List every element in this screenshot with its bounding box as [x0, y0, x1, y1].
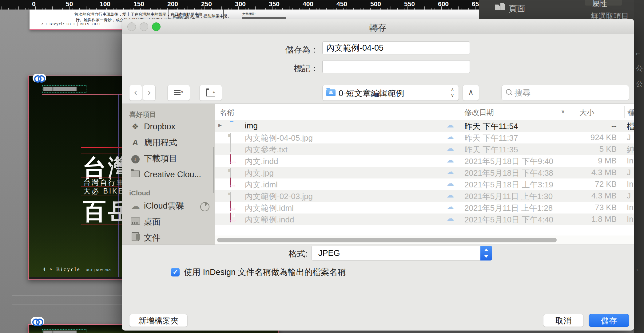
column-header-size[interactable]: 大小: [579, 108, 594, 117]
parent-folder-button[interactable]: ∧: [463, 85, 479, 101]
file-name: 內文參考.txt: [245, 144, 288, 155]
ruler-tick: [211, 8, 212, 10]
column-divider[interactable]: [460, 106, 460, 118]
idml-file-icon: [230, 201, 231, 211]
horizontal-scrollbar[interactable]: [215, 236, 634, 245]
back-button[interactable]: ‹: [129, 85, 142, 101]
sidebar-item-label: 應用程式: [144, 137, 177, 148]
column-divider[interactable]: [624, 106, 625, 118]
table-row[interactable]: ▶img☁昨天 下午11:54--檔: [215, 120, 634, 132]
ruler-tick: [144, 8, 144, 10]
table-row[interactable]: 內文.idml☁2021年5月18日 上午3:1972 KBIn: [215, 178, 634, 190]
ruler-tick: [316, 8, 316, 10]
new-folder-button[interactable]: 新增檔案夾: [129, 314, 188, 327]
forward-button[interactable]: ›: [143, 85, 156, 101]
link-chain-icon[interactable]: [33, 74, 46, 82]
ruler-label: 50: [66, 0, 73, 8]
view-mode-button[interactable]: ∨: [167, 85, 190, 101]
up-icon: ∧: [468, 88, 474, 96]
dialog-title-bar[interactable]: 轉存: [122, 19, 634, 34]
documents-icon: [132, 232, 139, 241]
folder-icon: [326, 89, 336, 96]
table-row[interactable]: 內文範例-02-03.jpg☁2021年5月11日 上午1:304.3 MBJ: [215, 190, 634, 202]
panel-glyph: ⌐: [636, 49, 640, 57]
ruler-tick: [164, 8, 164, 10]
placeholder-bar: [53, 331, 77, 333]
table-row[interactable]: 內文範例.idml☁2021年5月11日 上午1:2873 KBIn: [215, 202, 634, 214]
ruler-tick: [106, 8, 107, 10]
pages-panel-label[interactable]: 頁面: [509, 3, 525, 14]
table-row[interactable]: 內文參考.txt☁昨天 下午11:355 KB純: [215, 143, 634, 155]
file-kind: J: [627, 133, 631, 142]
table-row[interactable]: 內文範例-04-05.jpg☁昨天 下午11:37924 KBJ: [215, 132, 634, 143]
ruler-tick: [364, 8, 364, 10]
disclosure-triangle-icon[interactable]: ▶: [218, 123, 222, 127]
properties-tab-label[interactable]: 屬性: [592, 0, 607, 9]
ruler-tick: [292, 8, 293, 10]
ruler-tick: [289, 6, 289, 10]
table-row[interactable]: 內文.indd☁2021年5月18日 下午9:409 MBIn: [215, 155, 634, 167]
sidebar-item-desktop[interactable]: 桌面: [130, 216, 161, 227]
sidebar-item-downloads[interactable]: ↓ 下載項目: [130, 153, 177, 164]
column-guide: [79, 94, 79, 277]
ruler-tick: [42, 8, 42, 10]
column-divider[interactable]: [572, 106, 572, 118]
file-name: img: [245, 121, 258, 131]
ruler-tick: [161, 8, 161, 10]
file-kind: J: [627, 168, 631, 177]
table-row[interactable]: 內文範例.indd☁2021年5月10日 下午4:401.8 MBIn: [215, 214, 634, 225]
file-kind: 檔: [627, 121, 634, 132]
ruler-tick: [32, 8, 32, 10]
ruler-tick: [93, 8, 93, 10]
table-row[interactable]: 內文.jpg☁2021年5月18日 下午4:384.3 MBJ: [215, 167, 634, 178]
format-select[interactable]: JPEG: [311, 246, 492, 261]
location-select[interactable]: 0-短文章編輯範例 ∧∨: [322, 85, 459, 101]
ruler-tick: [100, 8, 100, 10]
save-button[interactable]: 儲存: [589, 314, 629, 327]
jpg-file-icon: [230, 168, 231, 178]
ruler-tick: [428, 8, 428, 10]
tags-input[interactable]: [322, 60, 470, 73]
use-doc-name-option[interactable]: ✓ 使用 InDesign 文件名稱做為輸出的檔案名稱: [171, 267, 346, 278]
ruler-tick: [462, 8, 462, 10]
list-header[interactable]: 名稱 修改日期 ∨ 大小 種: [215, 104, 634, 120]
ruler-tick: [110, 8, 110, 10]
ruler-tick: [208, 8, 208, 10]
sidebar-item-creative-cloud[interactable]: Creative Clou...: [130, 169, 201, 180]
icloud-header: iCloud: [129, 189, 150, 197]
checkbox-checked[interactable]: ✓: [171, 268, 180, 276]
ruler-tick: [8, 8, 9, 10]
ruler-label: 450: [336, 0, 347, 8]
column-header-date[interactable]: 修改日期: [464, 108, 494, 117]
save-as-input[interactable]: [322, 41, 470, 54]
ruler-tick: [221, 6, 222, 10]
ruler-tick: [309, 8, 310, 10]
column-header-name[interactable]: 名稱: [220, 108, 234, 117]
sidebar-item-dropbox[interactable]: ❖ Dropbox: [130, 121, 175, 132]
ruler-tick: [191, 8, 191, 10]
ruler-tick: [86, 6, 86, 10]
link-chain-icon[interactable]: [31, 317, 44, 326]
file-name: 內文範例.idml: [245, 203, 294, 214]
cancel-button[interactable]: 取消: [543, 314, 584, 327]
search-input[interactable]: [514, 86, 626, 99]
select-stepper-icon: [480, 246, 492, 261]
scrollbar-thumb[interactable]: [217, 238, 557, 242]
sidebar-item-documents[interactable]: 文件: [130, 232, 161, 243]
cloud-icon: ☁: [447, 191, 454, 199]
ruler-tick: [367, 8, 367, 10]
ruler-tick: [133, 8, 134, 10]
search-field[interactable]: [501, 85, 629, 101]
file-size: 5 KB: [529, 144, 617, 154]
column-header-kind[interactable]: 種: [627, 108, 634, 117]
sidebar-item-applications[interactable]: A 應用程式: [130, 137, 177, 148]
ruler-tick: [184, 8, 185, 10]
right-panel-strip: ⌐ 公 公 、: [634, 0, 644, 333]
sidebar: 喜好項目 ❖ Dropbox A 應用程式 ↓ 下載項目 Creative Cl…: [122, 104, 215, 245]
chevron-down-icon: ∨: [181, 89, 184, 94]
sidebar-item-icloud-drive[interactable]: ☁! iCloud雲碟: [130, 200, 184, 211]
new-folder-toolbar-button[interactable]: [199, 85, 222, 101]
ruler-tick: [120, 6, 120, 10]
ruler-tick: [299, 8, 300, 10]
sidebar-scrollbar[interactable]: [213, 147, 214, 193]
